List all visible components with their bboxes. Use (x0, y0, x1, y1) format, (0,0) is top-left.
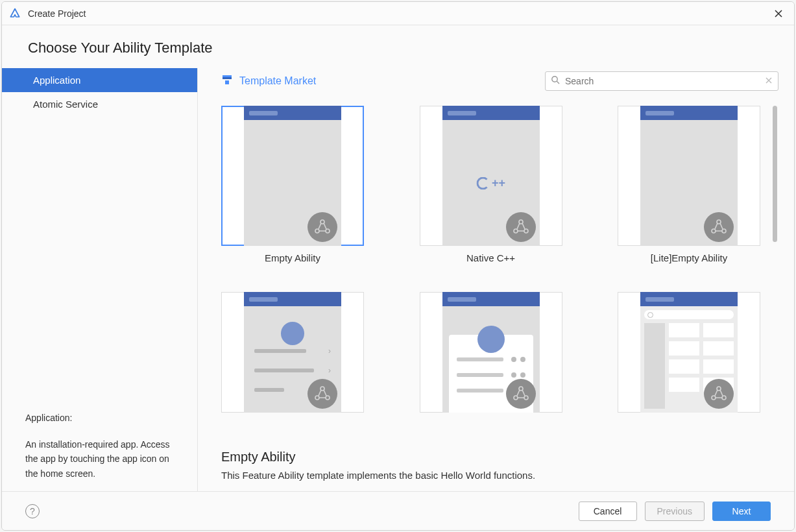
svg-point-12 (712, 229, 716, 233)
search-icon (551, 75, 560, 87)
sidebar-item-label: Application (33, 75, 80, 86)
detail-description: This Feature Ability template implements… (221, 470, 778, 481)
dialog-footer: ? Cancel Previous Next (2, 491, 794, 530)
svg-point-7 (326, 229, 330, 233)
titlebar: Create Project (2, 2, 794, 25)
template-card[interactable]: › › › (221, 292, 364, 413)
ability-badge-icon (704, 379, 734, 409)
sidebar-description-body: An installation-required app. Access the… (25, 437, 184, 481)
chevron-right-icon: › (328, 366, 331, 375)
ability-badge-icon (308, 379, 337, 409)
search-bar-icon (644, 310, 734, 319)
svg-point-9 (514, 229, 518, 233)
template-market-label: Template Market (239, 75, 316, 87)
template-grid-wrap: Empty Ability ++ (221, 106, 778, 437)
template-label: Native C++ (466, 252, 515, 263)
sidebar-item-application[interactable]: Application (2, 68, 197, 92)
close-button[interactable] (769, 5, 788, 23)
svg-point-6 (315, 229, 319, 233)
dialog-body: Choose Your Ability Template Application… (2, 25, 794, 491)
svg-point-13 (722, 229, 726, 233)
avatar-icon (477, 326, 505, 353)
search-input[interactable] (565, 76, 760, 86)
template-preview (618, 292, 760, 413)
avatar-icon (281, 322, 304, 345)
create-project-dialog: Create Project Choose Your Ability Templ… (1, 1, 795, 531)
ability-badge-icon (704, 212, 734, 242)
window-title: Create Project (28, 8, 86, 19)
template-preview (618, 106, 760, 246)
template-card[interactable] (420, 292, 562, 413)
content-split: Application Atomic Service Application: … (2, 68, 794, 491)
sidebar-item-atomic-service[interactable]: Atomic Service (2, 92, 197, 116)
svg-point-22 (722, 396, 726, 400)
sidebar-description-title: Application: (25, 411, 184, 425)
template-card[interactable] (618, 292, 760, 413)
sidebar: Application Atomic Service Application: … (2, 68, 198, 491)
svg-rect-2 (225, 80, 229, 84)
previous-button[interactable]: Previous (645, 502, 705, 521)
svg-point-19 (524, 396, 528, 400)
template-preview: › › › (221, 292, 364, 413)
ability-badge-icon (308, 212, 337, 242)
template-card-native-cpp[interactable]: ++ Native C++ (420, 106, 562, 263)
svg-point-10 (524, 229, 528, 233)
svg-point-21 (712, 396, 716, 400)
svg-point-3 (552, 77, 557, 82)
template-card-lite-empty-ability[interactable]: [Lite]Empty Ability (618, 106, 760, 263)
ability-badge-icon (506, 379, 536, 409)
template-label: Empty Ability (265, 252, 320, 263)
next-button[interactable]: Next (712, 502, 771, 521)
template-label: [Lite]Empty Ability (651, 252, 727, 263)
app-logo-icon (8, 7, 21, 20)
template-preview (420, 292, 562, 413)
page-heading: Choose Your Ability Template (2, 25, 794, 68)
template-grid: Empty Ability ++ (221, 106, 778, 413)
grid-scrollbar[interactable] (773, 106, 777, 242)
sidebar-item-label: Atomic Service (33, 99, 98, 110)
cpp-icon: ++ (476, 176, 505, 190)
template-preview (221, 106, 364, 246)
main-panel: Template Market (198, 68, 794, 491)
help-button[interactable]: ? (25, 504, 40, 518)
svg-line-4 (557, 81, 559, 84)
svg-point-15 (315, 396, 319, 400)
template-card-empty-ability[interactable]: Empty Ability (221, 106, 364, 263)
chevron-right-icon: › (328, 346, 331, 356)
template-detail: Empty Ability This Feature Ability templ… (221, 437, 778, 491)
clear-search-icon[interactable] (765, 75, 773, 87)
market-icon (221, 74, 233, 88)
ability-badge-icon (506, 212, 536, 242)
search-box[interactable] (545, 71, 778, 91)
sidebar-description: Application: An installation-required ap… (2, 411, 197, 481)
template-preview: ++ (420, 106, 562, 246)
cancel-button[interactable]: Cancel (579, 502, 637, 521)
svg-rect-1 (223, 77, 232, 79)
template-market-link[interactable]: Template Market (221, 74, 316, 88)
detail-title: Empty Ability (221, 450, 778, 465)
main-topbar: Template Market (221, 68, 778, 94)
svg-point-18 (514, 396, 518, 400)
svg-point-16 (326, 396, 330, 400)
